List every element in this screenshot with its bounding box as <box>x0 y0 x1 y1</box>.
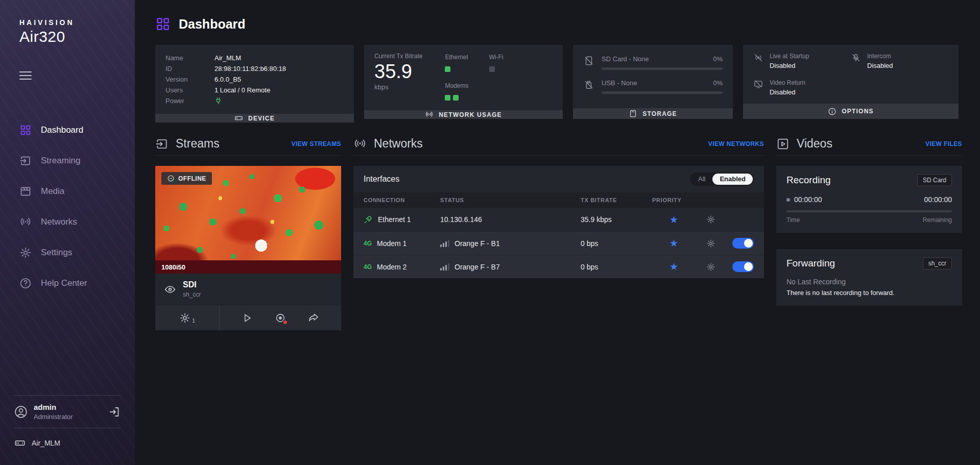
recording-remaining: 00:00:00 <box>924 195 952 204</box>
device-footer-label: DEVICE <box>248 115 275 122</box>
network-usage-footer-button[interactable]: NETWORK USAGE <box>364 110 563 119</box>
sidebar-item-streaming[interactable]: Streaming <box>0 145 135 176</box>
interface-settings-icon[interactable] <box>696 239 726 248</box>
stream-name: SDI <box>183 280 201 289</box>
videos-body: Recording SD Card 00:00:00 00:00:00 <box>776 166 962 306</box>
device-field-users: Users 1 Local / 0 Remote <box>165 85 344 95</box>
interfaces-panel-header: Interfaces All Enabled <box>353 166 764 192</box>
sd-card-none-icon <box>583 55 594 66</box>
streams-header: Streams VIEW STREAMS <box>155 132 341 156</box>
sidebar-item-media[interactable]: Media <box>0 176 135 207</box>
interface-enable-toggle[interactable] <box>732 261 754 272</box>
device-footer-button[interactable]: DEVICE <box>155 114 354 123</box>
networks-title: Networks <box>374 137 423 151</box>
storage-card-body: SD Card - None 0% USB - None <box>573 45 733 108</box>
column-tx-bitrate: TX BITRATE <box>581 197 652 203</box>
interface-settings-icon[interactable] <box>696 262 726 272</box>
interfaces-filter: All Enabled <box>690 173 754 186</box>
bitrate-cell: 35.9 kbps <box>581 215 652 224</box>
user-info: admin Administrator <box>0 396 135 428</box>
view-networks-link[interactable]: VIEW NETWORKS <box>708 140 764 148</box>
priority-star-icon[interactable]: ★ <box>652 237 696 249</box>
video-return-disabled-icon <box>753 79 763 89</box>
tx-bitrate-label: Current Tx Bitrate <box>374 53 422 60</box>
sd-card-progress-bar <box>602 67 723 70</box>
filter-all-option[interactable]: All <box>691 174 712 185</box>
interface-status-grid: Ethernet Wi-Fi Modems <box>445 53 503 103</box>
priority-star-icon[interactable]: ★ <box>652 261 696 273</box>
network-usage-footer-label: NETWORK USAGE <box>439 111 502 118</box>
recording-time-label: Time <box>786 216 800 224</box>
usb-info: USB - None 0% <box>602 79 723 94</box>
device-icon <box>14 437 26 449</box>
stream-actions: 1 <box>155 305 341 330</box>
connection-cell: Ethernet 1 <box>364 215 440 224</box>
storage-footer-button[interactable]: STORAGE <box>573 108 733 119</box>
forwarding-status: No Last Recording <box>786 278 952 286</box>
forwarding-target-badge: sh_ccr <box>923 257 952 270</box>
sidebar-item-networks[interactable]: Networks <box>0 207 135 237</box>
sidebar-item-settings[interactable]: Settings <box>0 237 135 268</box>
wifi-status: Wi-Fi <box>489 54 504 74</box>
connection-name: Modem 1 <box>377 239 407 248</box>
play-button[interactable] <box>242 305 253 330</box>
interface-settings-icon[interactable] <box>696 215 726 224</box>
sidebar-item-dashboard[interactable]: Dashboard <box>0 115 135 145</box>
ethernet-status-square <box>445 66 450 72</box>
options-card: Live at Startup Disabled Intercom Disabl… <box>743 45 959 119</box>
device-field-version: Version 6.0.0_B5 <box>165 74 344 85</box>
sidebar-item-help-center[interactable]: Help Center <box>0 268 135 299</box>
filter-enabled-option[interactable]: Enabled <box>712 174 753 185</box>
recording-remaining-label: Remaining <box>923 216 952 224</box>
signal-bars-icon <box>440 239 449 247</box>
interfaces-title: Interfaces <box>364 175 399 184</box>
play-icon <box>242 312 253 324</box>
device-name-label: Air_MLM <box>32 439 60 447</box>
interfaces-panel: Interfaces All Enabled CONNECTION STATUS… <box>353 166 764 278</box>
usb-percent: 0% <box>713 79 723 87</box>
stream-action-group <box>220 305 341 330</box>
menu-toggle-button[interactable] <box>19 69 32 82</box>
eye-icon <box>164 284 176 295</box>
stream-settings-button[interactable]: 1 <box>155 305 220 330</box>
connection-name: Modem 2 <box>377 263 407 271</box>
resolution-strip: 1080i50 <box>155 260 341 274</box>
view-files-link[interactable]: VIEW FILES <box>925 140 962 148</box>
forward-button[interactable] <box>308 305 319 330</box>
sd-card-row: SD Card - None 0% <box>583 53 723 77</box>
antenna-icon <box>425 110 434 119</box>
view-streams-link[interactable]: VIEW STREAMS <box>292 140 341 148</box>
modems-status: Modems <box>445 82 468 103</box>
brand-model: Air320 <box>19 28 135 45</box>
offline-badge: OFFLINE <box>161 172 212 185</box>
priority-star-icon[interactable]: ★ <box>652 214 696 226</box>
recording-title: Recording <box>786 175 831 186</box>
videos-title: Videos <box>797 137 832 151</box>
connection-cell: 4G Modem 2 <box>364 263 440 271</box>
sidebar-item-label: Networks <box>41 217 77 227</box>
modem1-status-square <box>445 95 450 101</box>
power-plug-icon <box>214 97 222 105</box>
device-field-id: ID 28:98:10:11:82:b6:80:18 <box>165 63 344 74</box>
device-card: Name Air_MLM ID 28:98:10:11:82:b6:80:18 … <box>155 45 354 119</box>
stream-settings-count: 1 <box>192 318 195 324</box>
stream-thumbnail[interactable]: OFFLINE 1080i50 <box>155 166 341 274</box>
options-footer-label: OPTIONS <box>842 108 873 115</box>
interface-enable-toggle[interactable] <box>732 238 754 249</box>
storage-icon <box>629 109 637 118</box>
offline-badge-label: OFFLINE <box>178 175 206 182</box>
bitrate-cell: 0 bps <box>581 263 652 271</box>
record-button[interactable] <box>275 305 286 330</box>
options-card-body: Live at Startup Disabled Intercom Disabl… <box>743 45 959 104</box>
connection-cell: 4G Modem 1 <box>364 239 440 248</box>
logout-icon[interactable] <box>108 406 121 418</box>
options-footer-button[interactable]: OPTIONS <box>743 104 959 119</box>
summary-cards: Name Air_MLM ID 28:98:10:11:82:b6:80:18 … <box>155 45 962 119</box>
option-video-return: Video Return Disabled <box>753 79 851 96</box>
usb-label: USB - None <box>602 79 637 87</box>
forward-arrow-icon <box>308 312 319 324</box>
antenna-icon <box>19 216 32 228</box>
intercom-disabled-icon <box>851 53 861 63</box>
sections-row: Streams VIEW STREAMS OFFLINE <box>155 132 962 330</box>
recording-target-badge: SD Card <box>917 174 952 186</box>
